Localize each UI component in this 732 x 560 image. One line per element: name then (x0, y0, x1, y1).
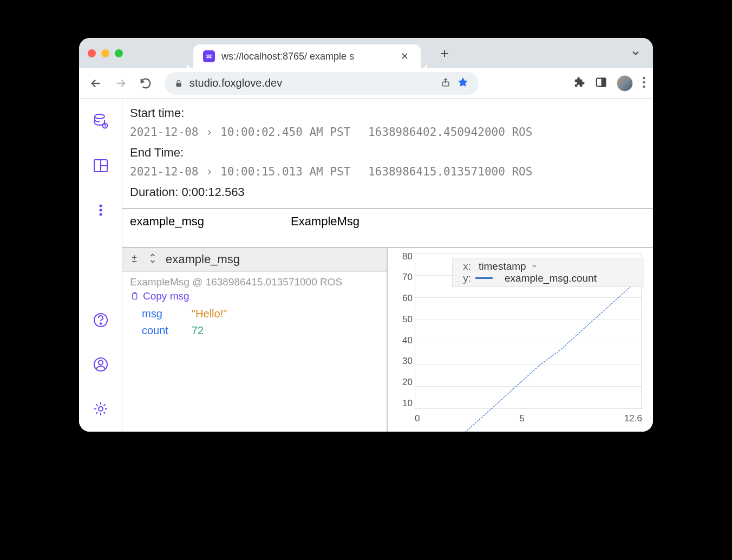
main-panels: Start time: 2021-12-08 › 10:00:02.450 AM… (122, 99, 653, 432)
url-text: studio.foxglove.dev (189, 77, 434, 89)
side-panel-icon[interactable] (595, 76, 607, 90)
minimize-window-button[interactable] (101, 49, 109, 57)
maximize-window-button[interactable] (115, 49, 123, 57)
app-body: Start time: 2021-12-08 › 10:00:02.450 AM… (79, 99, 653, 432)
svg-point-23 (99, 209, 102, 212)
browser-tab[interactable]: ws://localhost:8765/ example s ✕ (193, 44, 421, 68)
y-tick: 30 (392, 356, 413, 367)
plot-area[interactable]: x: timestamp y: example_msg.count (391, 248, 648, 428)
lower-panels: example_msg ExampleMsg @ 1638986415.0135… (122, 248, 653, 432)
start-stamp: 1638986402.450942000 ROS (368, 123, 532, 142)
browser-window: ws://localhost:8765/ example s ✕ + studi… (79, 38, 653, 432)
y-tick: 10 (392, 398, 413, 409)
expand-icon[interactable] (147, 253, 158, 266)
y-tick: 60 (392, 293, 413, 304)
settings-gear-icon[interactable] (91, 399, 110, 419)
tab-overflow-button[interactable] (627, 44, 644, 62)
end-time-row: 2021-12-08 › 10:00:15.013 AM PST 1638986… (130, 162, 645, 182)
svg-point-29 (99, 407, 103, 411)
field-value: 72 (192, 322, 204, 339)
extensions-icon[interactable] (573, 76, 585, 90)
plot-legend[interactable]: x: timestamp y: example_msg.count (452, 258, 644, 287)
svg-point-16 (643, 85, 645, 87)
more-icon[interactable] (91, 200, 110, 220)
address-bar[interactable]: studio.foxglove.dev (165, 72, 479, 95)
new-tab-button[interactable]: + (436, 44, 453, 62)
svg-point-1 (208, 54, 210, 56)
bookmark-star-icon[interactable] (457, 76, 469, 90)
profile-avatar[interactable] (617, 75, 633, 92)
y-axis: 8070605040302010 (392, 251, 413, 409)
svg-point-28 (99, 361, 103, 365)
sidebar (79, 99, 122, 432)
start-time-row: 2021-12-08 › 10:00:02.450 AM PST 1638986… (130, 123, 645, 142)
close-tab-icon[interactable]: ✕ (398, 49, 411, 63)
reload-button[interactable] (136, 74, 155, 93)
svg-point-26 (100, 323, 101, 324)
back-button[interactable] (87, 74, 105, 93)
end-stamp: 1638986415.013571000 ROS (368, 162, 532, 182)
time-panel: Start time: 2021-12-08 › 10:00:02.450 AM… (122, 99, 653, 209)
legend-x-label: x: (458, 261, 471, 272)
topic-panel: example_msg ExampleMsg (122, 209, 653, 248)
chevron-down-icon[interactable] (531, 261, 538, 272)
chevron-right-icon: › (204, 162, 215, 182)
svg-rect-3 (207, 56, 211, 56)
window-controls (88, 49, 123, 57)
x-axis: 0512.6 (415, 413, 642, 424)
svg-point-17 (95, 114, 104, 119)
legend-line-icon (475, 277, 493, 279)
y-tick: 70 (392, 272, 413, 283)
close-window-button[interactable] (88, 49, 96, 57)
duration-label: Duration: 0:00:12.563 (130, 182, 645, 202)
x-tick: 12.6 (624, 413, 642, 424)
raw-message-panel: example_msg ExampleMsg @ 1638986415.0135… (122, 248, 388, 432)
layout-icon[interactable] (91, 156, 110, 175)
help-icon[interactable] (91, 310, 110, 330)
raw-meta: ExampleMsg @ 1638986415.013571000 ROS (130, 276, 379, 288)
svg-rect-33 (133, 293, 137, 299)
plot-panel: x: timestamp y: example_msg.count (388, 248, 653, 432)
diff-icon[interactable] (129, 253, 140, 266)
legend-x-value: timestamp (479, 261, 526, 272)
svg-point-24 (99, 213, 102, 216)
start-time[interactable]: 10:00:02.450 AM PST (220, 123, 350, 142)
topic-name[interactable]: example_msg (130, 214, 204, 229)
svg-rect-13 (602, 78, 605, 86)
svg-point-5 (208, 57, 210, 58)
svg-point-14 (643, 76, 645, 79)
copy-msg-label: Copy msg (143, 290, 189, 302)
data-source-icon[interactable] (91, 112, 110, 131)
field-key: msg (142, 305, 180, 322)
tab-title: ws://localhost:8765/ example s (221, 51, 392, 62)
raw-panel-title[interactable]: example_msg (166, 252, 240, 266)
end-date[interactable]: 2021-12-08 (130, 162, 198, 182)
y-tick: 80 (392, 251, 413, 262)
field-value: "Hello!" (192, 305, 227, 322)
y-tick: 20 (392, 377, 413, 388)
svg-point-15 (643, 81, 645, 83)
raw-panel-header: example_msg (122, 248, 387, 272)
end-time[interactable]: 10:00:15.013 AM PST (220, 162, 350, 182)
svg-point-4 (206, 57, 208, 58)
forward-button[interactable] (112, 74, 130, 93)
chevron-right-icon: › (204, 123, 215, 142)
legend-series-name: example_msg.count (505, 272, 597, 284)
menu-icon[interactable] (643, 76, 645, 90)
y-tick: 40 (392, 335, 413, 346)
svg-point-0 (206, 54, 208, 56)
field-key: count (142, 322, 180, 339)
end-time-label: End Time: (130, 142, 645, 162)
tab-bar: ws://localhost:8765/ example s ✕ + (79, 38, 653, 68)
svg-point-6 (210, 57, 212, 58)
start-date[interactable]: 2021-12-08 (130, 123, 198, 142)
data-row-msg: msg "Hello!" (130, 305, 379, 322)
topic-type: ExampleMsg (291, 214, 360, 229)
raw-panel-body: ExampleMsg @ 1638986415.013571000 ROS Co… (122, 272, 387, 343)
svg-point-2 (210, 54, 212, 56)
svg-rect-9 (176, 83, 181, 87)
copy-msg-button[interactable]: Copy msg (130, 290, 379, 302)
account-icon[interactable] (91, 355, 110, 374)
start-time-label: Start time: (130, 103, 645, 123)
share-icon[interactable] (441, 77, 450, 89)
